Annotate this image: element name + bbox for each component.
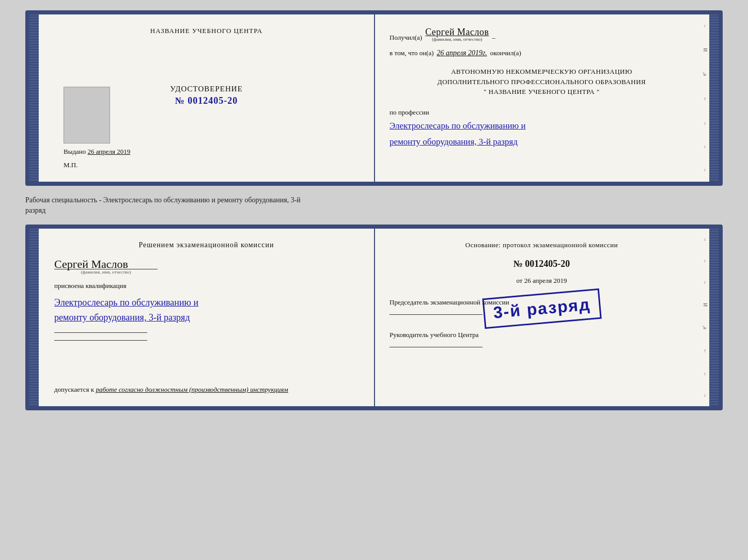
doc1-center-title: НАЗВАНИЕ УЧЕБНОГО ЦЕНТРА	[150, 27, 262, 35]
photo-placeholder	[64, 87, 110, 143]
org-name: " НАЗВАНИЕ УЧЕБНОГО ЦЕНТРА "	[389, 87, 694, 97]
okonchil-label: окончил(а)	[490, 49, 521, 57]
poluchil-label: Получил(а)	[389, 34, 422, 42]
profession-line1: Электрослесарь по обслуживанию и	[389, 119, 694, 133]
org-block: АВТОНОМНУЮ НЕКОММЕРЧЕСКУЮ ОРГАНИЗАЦИЮ ДО…	[389, 67, 694, 97]
udostoverenie-number: № 0012405-20	[170, 95, 243, 106]
protocol-number: № 0012405-20	[389, 259, 694, 269]
stamp-overlay: 3-й разряд	[482, 289, 601, 329]
qualification-block: Электрослесарь по обслуживанию и ремонту…	[54, 295, 359, 325]
fio-block: Сергей Маслов (фамилия, имя, отчество)	[54, 254, 359, 275]
right-deco-2: – – – И ,а ← – –	[701, 229, 709, 406]
udostoverenie-block: УДОСТОВЕРЕНИЕ № 0012405-20	[170, 85, 243, 106]
ot-date: от 26 апреля 2019	[389, 277, 694, 285]
doc2-left-page: Решением экзаменационной комиссии Сергей…	[39, 229, 374, 406]
right-deco-1: – И ,а ← – – –	[701, 14, 709, 182]
org-line2: ДОПОЛНИТЕЛЬНОГО ПРОФЕССИОНАЛЬНОГО ОБРАЗО…	[389, 77, 694, 87]
v-tom-line: в том, что он(а) 26 апреля 2019г. окончи…	[389, 49, 694, 57]
vydano-line: Выдано 26 апреля 2019	[64, 148, 359, 156]
document-card-2: Решением экзаменационной комиссии Сергей…	[25, 225, 723, 410]
udostoverenie-label: УДОСТОВЕРЕНИЕ	[170, 85, 243, 93]
vydano-label: Выдано	[64, 148, 86, 155]
ot-label: от	[516, 277, 522, 284]
ot-date-val: 26 апреля 2019	[524, 277, 567, 284]
poluchil-subtitle: (фамилия, имя, отчество)	[425, 37, 489, 42]
dopuskaetsya-label: допускается к	[54, 386, 94, 393]
signature-line-1	[54, 332, 147, 333]
po-professii-label: по профессии	[389, 108, 429, 116]
osnovanie-label: Основание: протокол экзаменационной коми…	[389, 241, 694, 249]
spine-right-2	[709, 229, 719, 406]
stamp-text: 3-й разряд	[492, 295, 591, 322]
qualification-line1: Электрослесарь по обслуживанию и	[54, 297, 198, 308]
document-card-1: НАЗВАНИЕ УЧЕБНОГО ЦЕНТРА УДОСТОВЕРЕНИЕ №…	[25, 10, 723, 186]
qualification-line2: ремонту оборудования, 3-й разряд	[54, 312, 190, 323]
po-professii-block: по профессии Электрослесарь по обслужива…	[389, 108, 694, 149]
org-line1: АВТОНОМНУЮ НЕКОММЕРЧЕСКУЮ ОРГАНИЗАЦИЮ	[389, 67, 694, 77]
dopuskaetsya-value: работе согласно должностным (производств…	[96, 386, 288, 393]
doc2-right-page: Основание: протокол экзаменационной коми…	[374, 229, 709, 406]
label-line1: Рабочая специальность - Электрослесарь п…	[25, 195, 723, 205]
rukovoditel-sig-line	[389, 347, 482, 347]
label-between: Рабочая специальность - Электрослесарь п…	[25, 194, 723, 216]
poluchil-name: Сергей Маслов	[425, 27, 489, 37]
spine-left-1	[29, 14, 39, 182]
signature-line-2	[54, 340, 147, 341]
spine-left-2	[29, 229, 39, 406]
dopuskaetsya-block: допускается к работе согласно должностны…	[54, 377, 359, 394]
prisvoena-label: присвоена квалификация	[54, 282, 359, 290]
poluchil-dash: –	[492, 34, 496, 42]
doc1-left-page: НАЗВАНИЕ УЧЕБНОГО ЦЕНТРА УДОСТОВЕРЕНИЕ №…	[39, 14, 374, 182]
poluchil-line: Получил(а) Сергей Маслов (фамилия, имя, …	[389, 27, 694, 42]
doc1-right-page: Получил(а) Сергей Маслов (фамилия, имя, …	[374, 14, 709, 182]
v-tom-label: в том, что он(а)	[389, 49, 434, 57]
v-tom-date: 26 апреля 2019г.	[437, 49, 487, 57]
mp-label: М.П.	[64, 161, 77, 169]
rukovoditel-block: Руководитель учебного Центра	[389, 330, 694, 350]
spine-right-1	[709, 14, 719, 182]
vydano-date: 26 апреля 2019	[88, 148, 131, 155]
rukovoditel-label: Руководитель учебного Центра	[389, 330, 694, 340]
label-line2: разряд	[25, 205, 723, 216]
resheniyem-title: Решением экзаменационной комиссии	[54, 241, 359, 249]
profession-line2: ремонту оборудования, 3-й разряд	[389, 135, 694, 149]
predsedatel-sig-line	[389, 314, 482, 315]
